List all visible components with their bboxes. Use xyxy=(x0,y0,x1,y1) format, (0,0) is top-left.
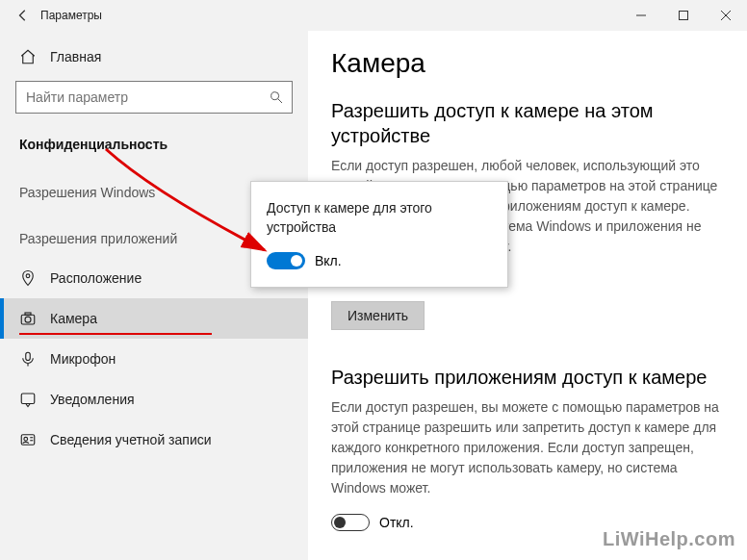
search-button[interactable] xyxy=(260,81,293,114)
change-button[interactable]: Изменить xyxy=(331,301,425,330)
search-input[interactable] xyxy=(15,81,293,114)
sidebar-item-label: Камера xyxy=(50,311,97,326)
svg-rect-10 xyxy=(26,352,31,360)
sidebar-home-label: Главная xyxy=(50,49,101,64)
sidebar-home[interactable]: Главная xyxy=(0,38,308,75)
sidebar-item-label: Сведения учетной записи xyxy=(50,432,212,447)
camera-icon xyxy=(19,310,37,327)
svg-line-5 xyxy=(278,99,282,103)
svg-point-8 xyxy=(25,317,31,322)
sidebar-item-label: Микрофон xyxy=(50,351,116,367)
watermark: LiWiHelp.com xyxy=(603,528,735,550)
sidebar-item-camera[interactable]: Камера xyxy=(0,298,308,339)
search-icon xyxy=(269,89,284,105)
sidebar-item-account-info[interactable]: Сведения учетной записи xyxy=(0,420,308,460)
device-access-toggle-label: Вкл. xyxy=(315,253,342,268)
main-content: Камера Разрешить доступ к камере на этом… xyxy=(308,31,747,560)
section2-body: Если доступ разрешен, вы можете с помощь… xyxy=(331,397,724,498)
close-button[interactable] xyxy=(705,0,747,31)
home-icon xyxy=(19,48,37,65)
window-title: Параметры xyxy=(40,9,102,22)
sidebar-item-microphone[interactable]: Микрофон xyxy=(0,339,308,379)
sidebar-item-label: Расположение xyxy=(50,270,142,286)
svg-rect-1 xyxy=(680,12,688,20)
sidebar-item-label: Уведомления xyxy=(50,392,135,407)
apps-access-toggle[interactable] xyxy=(331,514,370,531)
section1-heading: Разрешить доступ к камере на этом устрой… xyxy=(331,98,724,148)
page-title: Камера xyxy=(331,48,724,79)
svg-point-4 xyxy=(271,92,279,100)
sidebar-item-notifications[interactable]: Уведомления xyxy=(0,379,308,420)
account-info-icon xyxy=(19,431,37,448)
svg-rect-9 xyxy=(25,313,31,315)
flyout-title: Доступ к камере для этого устройства xyxy=(267,199,492,237)
maximize-button[interactable] xyxy=(662,0,705,31)
svg-rect-11 xyxy=(21,394,35,404)
notifications-icon xyxy=(19,391,37,408)
back-button[interactable] xyxy=(10,2,37,29)
apps-access-toggle-label: Откл. xyxy=(379,515,414,530)
microphone-icon xyxy=(19,350,37,368)
annotation-underline xyxy=(19,333,212,335)
device-access-toggle[interactable] xyxy=(267,252,305,269)
location-icon xyxy=(19,269,37,287)
section2-heading: Разрешить приложениям доступ к камере xyxy=(331,365,724,390)
minimize-button[interactable] xyxy=(620,0,662,31)
svg-point-13 xyxy=(24,437,28,441)
svg-point-6 xyxy=(26,274,30,278)
device-access-flyout: Доступ к камере для этого устройства Вкл… xyxy=(250,181,508,288)
sidebar: Главная Конфиденциальность Разрешения Wi… xyxy=(0,31,308,560)
sidebar-section-title: Конфиденциальность xyxy=(0,127,308,165)
